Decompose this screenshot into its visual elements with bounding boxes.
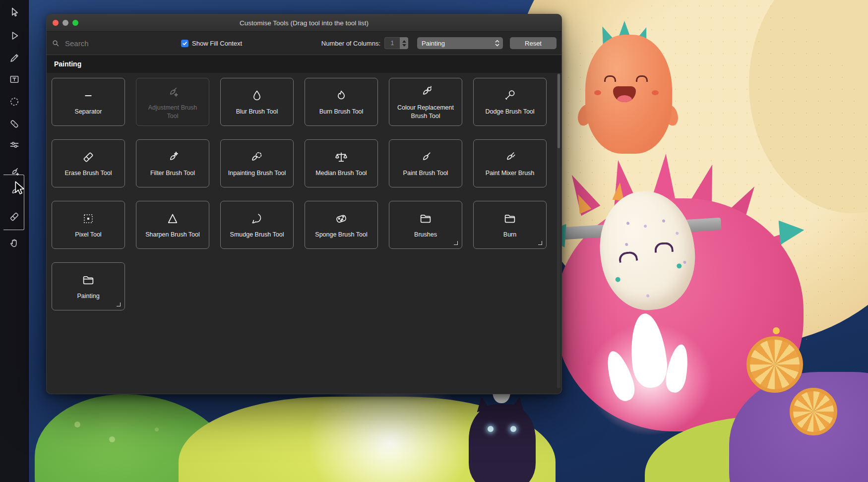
healing-brush-tool-icon (8, 118, 21, 130)
tool-label: Dodge Brush Tool (485, 108, 534, 116)
toolbar-adjustment-tool[interactable] (0, 134, 28, 155)
tool-cell-pixel[interactable]: Pixel Tool (52, 201, 125, 249)
face-speckles (626, 222, 630, 225)
scales-icon (334, 149, 349, 165)
creature-eye (636, 75, 648, 82)
pen-tool-icon (8, 52, 21, 64)
eraser-icon (81, 149, 96, 165)
folder-icon (81, 272, 96, 288)
tool-label: Colour Replacement Brush Tool (396, 104, 455, 120)
tool-label: Burn (503, 231, 516, 239)
cheek-dot (677, 263, 682, 269)
tool-cell-inpainting-brush[interactable]: Inpainting Brush Tool (220, 139, 294, 187)
pointer-tool-icon (8, 6, 21, 19)
dark-creature (469, 404, 536, 482)
tool-cell-brushes-group[interactable]: Brushes (389, 201, 462, 249)
tool-cell-blur-brush[interactable]: Blur Brush Tool (220, 78, 294, 126)
number-of-columns-label: Number of Columns: (321, 40, 380, 47)
reset-button[interactable]: Reset (510, 37, 557, 49)
zoom-button[interactable] (72, 20, 78, 26)
toolbar-frame-text-tool[interactable] (0, 69, 28, 90)
checkbox-checked-icon[interactable] (181, 40, 188, 47)
creature-eye (604, 75, 616, 82)
category-dropdown[interactable]: Painting (417, 37, 503, 49)
scrollbar[interactable] (557, 73, 560, 388)
tool-label: Pixel Tool (75, 231, 101, 239)
stepper-buttons[interactable] (400, 37, 408, 49)
tool-label: Burn Brush Tool (319, 108, 364, 116)
tool-cell-median-brush[interactable]: Median Brush Tool (305, 139, 378, 187)
tool-label: Painting (77, 292, 99, 300)
droplet-icon (249, 88, 264, 104)
colour-replacement-brush-icon (418, 84, 433, 100)
check-icon (182, 41, 187, 46)
section-title: Painting (54, 60, 81, 68)
scrollbar-thumb[interactable] (558, 74, 560, 148)
toolbar-healing-brush-tool[interactable] (0, 114, 28, 134)
inpainting-brush-icon (249, 149, 264, 165)
dialog-toolbar: Show Fill Context Number of Columns: 1 P… (47, 32, 561, 55)
tool-cell-adjustment-brush: Adjustment Brush Tool (136, 78, 209, 126)
tool-cell-paint-brush[interactable]: Paint Brush Tool (389, 139, 462, 187)
tool-cell-paint-mixer-brush[interactable]: Paint Mixer Brush (473, 139, 547, 187)
frame-text-tool-icon (8, 73, 21, 86)
triangle-icon (165, 211, 180, 227)
stepper-down-icon[interactable] (402, 44, 406, 47)
app-toolbar (0, 0, 29, 482)
tool-cell-sharpen-brush[interactable]: Sharpen Brush Tool (136, 201, 209, 249)
creature-body (469, 404, 536, 482)
tool-cell-sponge-brush[interactable]: Sponge Brush Tool (305, 201, 378, 249)
group-corner-mark (454, 241, 458, 245)
tool-cell-colour-replacement-brush[interactable]: Colour Replacement Brush Tool (389, 78, 462, 126)
search-icon (52, 39, 60, 48)
toolbar-pen-tool[interactable] (0, 48, 28, 68)
monster-eye (618, 251, 638, 263)
group-corner-mark (117, 302, 121, 306)
tool-label: Median Brush Tool (315, 169, 367, 177)
tool-grid: Separator Adjustment Brush Tool Blur Bru… (52, 78, 557, 310)
folder-icon (418, 211, 433, 227)
show-fill-context-label: Show Fill Context (192, 40, 242, 47)
tool-label: Separator (75, 108, 102, 116)
search-input[interactable] (64, 39, 160, 48)
columns-value: 1 (384, 37, 400, 49)
adjustment-brush-icon (165, 84, 180, 100)
stepper-up-icon[interactable] (402, 40, 406, 43)
toolbar-hand-tool[interactable] (0, 233, 28, 253)
tool-label: Smudge Brush Tool (230, 231, 284, 239)
separator-icon (81, 88, 96, 104)
pink-flames (570, 307, 729, 451)
tool-label: Adjustment Brush Tool (143, 104, 202, 120)
toolbar-pointer-tool[interactable] (0, 2, 28, 23)
tool-cell-burn-brush[interactable]: Burn Brush Tool (305, 78, 378, 126)
tool-cell-dodge-brush[interactable]: Dodge Brush Tool (473, 78, 547, 126)
minimise-button[interactable] (62, 20, 68, 26)
glowing-eyes (488, 426, 494, 432)
tool-cell-separator[interactable]: Separator (52, 78, 125, 126)
close-button[interactable] (53, 20, 59, 26)
tool-cell-painting-group[interactable]: Painting (52, 262, 125, 310)
folder-icon (502, 211, 517, 227)
dodge-icon (502, 88, 517, 104)
toolbar-selection-brush-tool[interactable] (0, 91, 28, 112)
search-field[interactable] (52, 39, 178, 48)
citrus-wheel (790, 388, 837, 435)
section-header: Painting (47, 55, 561, 73)
tool-cell-smudge-brush[interactable]: Smudge Brush Tool (220, 201, 294, 249)
group-corner-mark (538, 241, 542, 245)
cheek-dot (615, 277, 620, 282)
orange-creature (585, 35, 672, 154)
tool-label: Sponge Brush Tool (315, 231, 367, 239)
tool-cell-burn-group[interactable]: Burn (473, 201, 547, 249)
toolbar-move-tool[interactable] (0, 25, 28, 46)
move-tool-icon (8, 29, 21, 42)
tool-label: Erase Brush Tool (65, 169, 112, 177)
show-fill-context-toggle[interactable]: Show Fill Context (181, 40, 242, 47)
monster-eye (654, 242, 674, 253)
creature-blush (652, 90, 659, 95)
tool-cell-filter-brush[interactable]: Filter Brush Tool (136, 139, 209, 187)
adjustment-sliders-icon (8, 138, 21, 151)
titlebar[interactable]: Customise Tools (Drag tool into the tool… (47, 14, 561, 32)
screen: Customise Tools (Drag tool into the tool… (0, 0, 868, 482)
tool-cell-erase-brush[interactable]: Erase Brush Tool (52, 139, 125, 187)
